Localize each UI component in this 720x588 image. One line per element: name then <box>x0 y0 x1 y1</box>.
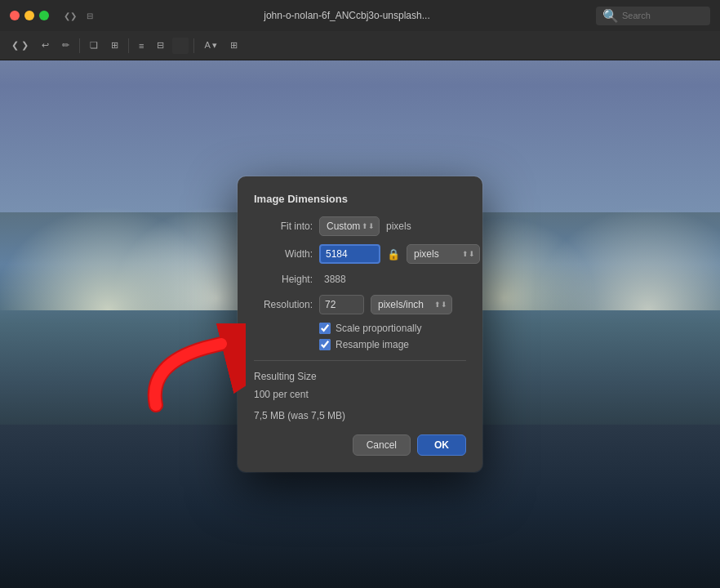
toolbar-export-btn[interactable]: ⊞ <box>225 36 242 56</box>
width-input[interactable]: 5184 <box>319 244 380 264</box>
toolbar-mode-btn[interactable]: ❮ ❯ <box>7 36 33 56</box>
resolution-unit-select[interactable]: pixels/inch <box>371 295 452 314</box>
percent-value: 100 per cent <box>254 389 466 400</box>
search-input[interactable] <box>622 11 704 20</box>
height-value: 3888 <box>319 272 351 287</box>
fit-into-select-wrapper[interactable]: Custom ⬆⬇ <box>319 216 380 236</box>
width-unit-wrapper[interactable]: pixels ⬆⬇ <box>407 244 480 264</box>
maximize-button[interactable] <box>39 11 49 20</box>
image-dimensions-dialog: Image Dimensions Fit into: Custom ⬆⬇ pix… <box>238 176 482 472</box>
width-label: Width: <box>254 248 313 260</box>
dialog-overlay: Image Dimensions Fit into: Custom ⬆⬇ pix… <box>0 60 720 588</box>
toolbar-color-btn[interactable] <box>172 38 189 54</box>
panel-button[interactable]: ⊟ <box>82 9 98 22</box>
toolbar-separator-2 <box>128 38 129 53</box>
height-row: Height: 3888 <box>254 272 466 287</box>
titlebar-controls: ❮❯ ⊟ <box>62 9 98 22</box>
spacer <box>254 403 466 410</box>
search-bar[interactable]: 🔍 <box>596 7 710 25</box>
toolbar-separator-3 <box>193 38 194 53</box>
size-value: 7,5 MB (was 7,5 MB) <box>254 410 466 421</box>
scale-proportionally-checkbox[interactable] <box>319 323 331 334</box>
toolbar-align-btn[interactable]: ≡ <box>134 36 149 56</box>
search-icon: 🔍 <box>602 8 619 24</box>
titlebar: ❮❯ ⊟ john-o-nolan-6f_ANCcbj3o-unsplash..… <box>0 0 720 31</box>
resolution-input[interactable]: 72 <box>319 295 364 314</box>
resample-label: Resample image <box>336 339 409 350</box>
resolution-unit-wrapper[interactable]: pixels/inch ⬆⬇ <box>371 295 452 314</box>
toolbar-layers-btn[interactable]: ❏ <box>85 36 103 56</box>
fit-into-unit: pixels <box>386 220 411 232</box>
toolbar-undo-btn[interactable]: ↩ <box>37 36 54 56</box>
back-forward-button[interactable]: ❮❯ <box>62 9 78 22</box>
resulting-size-title: Resulting Size <box>254 371 466 382</box>
toolbar-grid-btn[interactable]: ⊞ <box>106 36 123 56</box>
ok-button[interactable]: OK <box>417 434 466 456</box>
close-button[interactable] <box>10 11 20 20</box>
toolbar-crop-btn[interactable]: ⊟ <box>152 36 169 56</box>
dialog-buttons: Cancel OK <box>254 434 466 456</box>
dialog-divider <box>254 360 466 361</box>
traffic-lights <box>10 11 49 20</box>
cancel-button[interactable]: Cancel <box>353 434 411 456</box>
height-label: Height: <box>254 274 313 285</box>
fit-into-row: Fit into: Custom ⬆⬇ pixels <box>254 216 466 236</box>
scale-proportionally-row: Scale proportionally <box>319 323 466 334</box>
lock-icon: 🔒 <box>387 248 400 261</box>
fit-into-label: Fit into: <box>254 220 313 232</box>
minimize-button[interactable] <box>24 11 34 20</box>
width-row: Width: 5184 🔒 pixels ⬆⬇ <box>254 244 466 264</box>
toolbar: ❮ ❯ ↩ ✏ ❏ ⊞ ≡ ⊟ A ▾ ⊞ <box>0 31 720 60</box>
red-arrow <box>140 323 246 413</box>
window-title: john-o-nolan-6f_ANCcbj3o-unsplash... <box>104 10 589 21</box>
resolution-row: Resolution: 72 pixels/inch ⬆⬇ <box>254 295 466 314</box>
scale-proportionally-label: Scale proportionally <box>336 323 421 334</box>
fit-into-select[interactable]: Custom <box>319 216 380 236</box>
resample-row: Resample image <box>319 339 466 350</box>
toolbar-brush-btn[interactable]: ✏ <box>57 36 74 56</box>
resolution-label: Resolution: <box>254 299 313 310</box>
resample-checkbox[interactable] <box>319 339 331 350</box>
width-unit-select[interactable]: pixels <box>407 244 480 264</box>
toolbar-separator-1 <box>79 38 80 53</box>
dialog-title: Image Dimensions <box>254 193 466 205</box>
toolbar-text-btn[interactable]: A ▾ <box>199 36 222 56</box>
